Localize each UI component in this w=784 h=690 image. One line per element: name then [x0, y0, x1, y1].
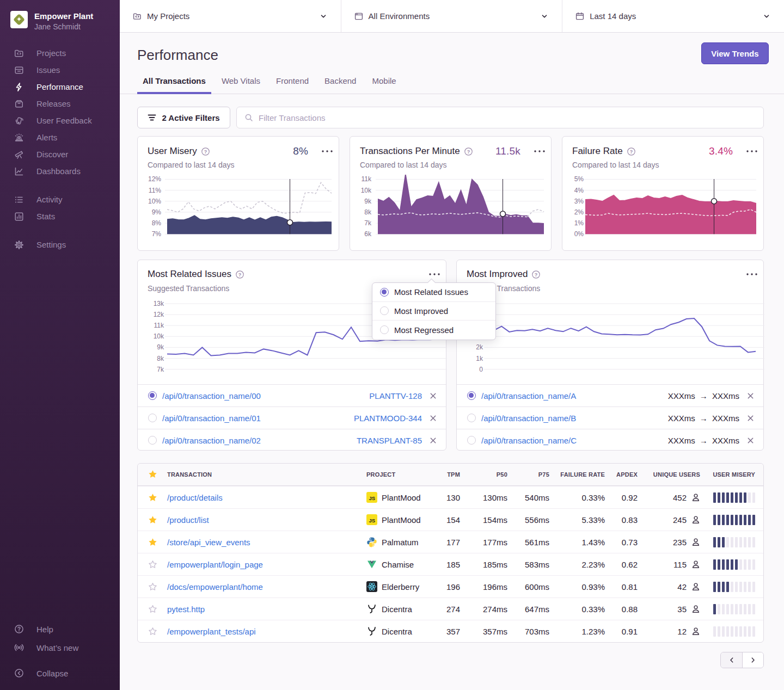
svg-text:?: ? [467, 149, 470, 154]
svg-text:8%: 8% [152, 219, 162, 227]
svg-text:8k: 8k [364, 208, 372, 216]
svg-text:?: ? [629, 149, 633, 154]
svg-text:9k: 9k [364, 198, 372, 205]
svg-text:10k: 10k [154, 332, 164, 340]
svg-text:0%: 0% [574, 230, 584, 238]
svg-text:?: ? [238, 272, 242, 277]
svg-text:12k: 12k [154, 311, 164, 318]
svg-text:10%: 10% [148, 198, 161, 205]
svg-text:2%: 2% [574, 208, 584, 216]
svg-text:4%: 4% [574, 187, 584, 194]
svg-text:9k: 9k [157, 343, 164, 351]
svg-text:?: ? [535, 272, 538, 277]
svg-text:?: ? [204, 149, 207, 154]
svg-text:12%: 12% [148, 175, 161, 183]
svg-text:5%: 5% [574, 175, 584, 183]
svg-text:6k: 6k [364, 230, 372, 238]
svg-text:7%: 7% [152, 230, 162, 238]
svg-text:9%: 9% [152, 208, 162, 216]
svg-text:1%: 1% [574, 219, 584, 227]
svg-text:11k: 11k [362, 175, 372, 183]
svg-text:8k: 8k [157, 355, 164, 362]
svg-text:11k: 11k [154, 322, 164, 329]
svg-text:3%: 3% [574, 198, 584, 205]
svg-text:7k: 7k [364, 219, 372, 227]
svg-text:11%: 11% [149, 187, 161, 194]
svg-text:7k: 7k [157, 366, 164, 373]
svg-text:13k: 13k [154, 300, 164, 307]
svg-text:0: 0 [479, 366, 483, 373]
svg-text:JS: JS [369, 495, 375, 501]
svg-text:10k: 10k [361, 187, 372, 194]
svg-text:2k: 2k [476, 343, 483, 351]
svg-text:JS: JS [369, 518, 375, 523]
svg-text:1k: 1k [476, 355, 483, 362]
